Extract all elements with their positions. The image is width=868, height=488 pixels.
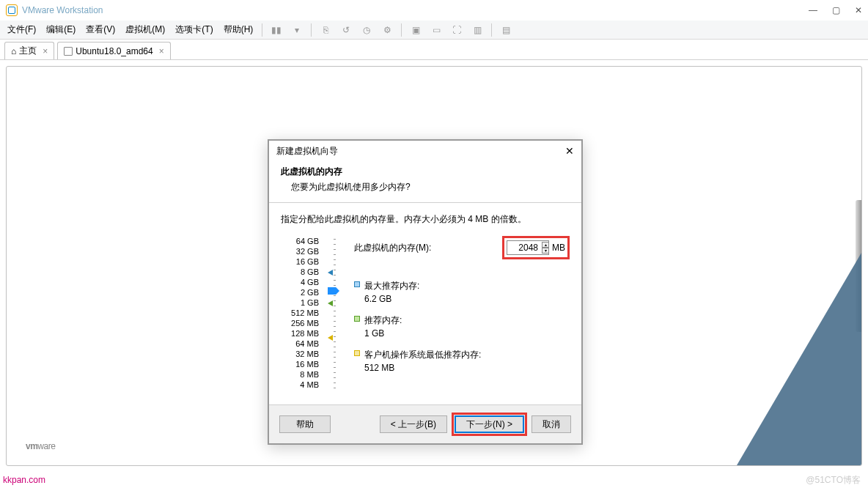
fullscreen-icon[interactable]: ▭ bbox=[430, 23, 443, 37]
tab-close-icon[interactable]: × bbox=[159, 46, 164, 56]
vm-icon bbox=[64, 47, 73, 56]
min-rec-label: 客户机操作系统最低推荐内存: bbox=[364, 349, 481, 361]
dialog-close-button[interactable]: ✕ bbox=[565, 145, 574, 157]
memory-input-highlight: ▴▾ MB bbox=[502, 236, 570, 259]
max-rec-value: 6.2 GB bbox=[364, 294, 419, 304]
menubar: 文件(F) 编辑(E) 查看(V) 虚拟机(M) 选项卡(T) 帮助(H) ▮▮… bbox=[0, 21, 868, 40]
memory-label: 此虚拟机的内存(M): bbox=[354, 242, 431, 254]
memory-spinner[interactable]: ▴▾ bbox=[542, 242, 549, 254]
main-area: vmware 新建虚拟机向导 ✕ 此虚拟机的内存 您要为此虚拟机使用多少内存? … bbox=[0, 60, 868, 472]
max-rec-label: 最大推荐内存: bbox=[364, 280, 419, 292]
min-rec-value: 512 MB bbox=[364, 363, 481, 373]
dialog-header-subtitle: 您要为此虚拟机使用多少内存? bbox=[281, 181, 570, 193]
library-icon[interactable]: ▤ bbox=[499, 23, 512, 37]
tab-vm-label: Ubuntu18.0_amd64 bbox=[76, 46, 152, 56]
separator bbox=[311, 23, 312, 37]
revert-icon[interactable]: ↺ bbox=[339, 23, 353, 37]
rec-label: 推荐内存: bbox=[364, 314, 402, 327]
menu-vm[interactable]: 虚拟机(M) bbox=[121, 21, 169, 38]
cancel-button[interactable]: 取消 bbox=[532, 415, 571, 433]
dialog-title: 新建虚拟机向导 bbox=[276, 145, 338, 158]
tab-close-icon[interactable]: × bbox=[43, 46, 48, 56]
minimize-button[interactable]: — bbox=[809, 5, 817, 15]
close-button[interactable]: ✕ bbox=[855, 5, 862, 15]
dialog-titlebar: 新建虚拟机向导 ✕ bbox=[269, 141, 581, 161]
memory-hint: 指定分配给此虚拟机的内存量。内存大小必须为 4 MB 的倍数。 bbox=[281, 213, 570, 226]
window-title: VMware Workstation bbox=[22, 5, 103, 15]
tab-home[interactable]: ⌂ 主页 × bbox=[4, 42, 54, 59]
rec-value: 1 GB bbox=[364, 328, 402, 339]
footer-url: kkpan.com bbox=[3, 475, 45, 485]
titlebar: VMware Workstation — ▢ ✕ bbox=[0, 0, 868, 21]
min-marker-icon bbox=[328, 335, 335, 342]
unity-icon[interactable]: ⛶ bbox=[450, 23, 463, 37]
rec-marker-icon bbox=[328, 300, 335, 308]
manage-icon[interactable]: ◷ bbox=[360, 23, 373, 37]
dialog-header-title: 此虚拟机的内存 bbox=[281, 166, 570, 178]
slider-thumb[interactable] bbox=[328, 287, 339, 295]
new-vm-wizard-dialog: 新建虚拟机向导 ✕ 此虚拟机的内存 您要为此虚拟机使用多少内存? 指定分配给此虚… bbox=[268, 139, 583, 445]
memory-scale: 64 GB 32 GB 16 GB 8 GB 4 GB 2 GB 1 GB 51… bbox=[281, 236, 319, 390]
dialog-button-bar: 帮助 < 上一步(B) 下一步(N) > 取消 bbox=[269, 404, 581, 443]
separator bbox=[491, 23, 492, 37]
memory-slider[interactable] bbox=[328, 236, 341, 390]
menu-view[interactable]: 查看(V) bbox=[81, 21, 119, 38]
snapshot-icon[interactable]: ⎘ bbox=[319, 23, 332, 37]
console-icon[interactable]: ▣ bbox=[409, 23, 422, 37]
separator bbox=[401, 23, 402, 37]
next-button-highlight: 下一步(N) > bbox=[452, 413, 527, 436]
dialog-body: 指定分配给此虚拟机的内存量。内存大小必须为 4 MB 的倍数。 64 GB 32… bbox=[269, 203, 581, 404]
next-button[interactable]: 下一步(N) > bbox=[455, 415, 524, 433]
maximize-button[interactable]: ▢ bbox=[832, 5, 840, 15]
menu-edit[interactable]: 编辑(E) bbox=[42, 21, 80, 38]
tab-home-label: 主页 bbox=[19, 45, 37, 57]
max-rec-icon bbox=[354, 281, 360, 287]
app-icon bbox=[6, 4, 18, 16]
vmware-watermark: vmware bbox=[26, 435, 55, 454]
footer-brand: @51CTO博客 bbox=[806, 474, 861, 487]
settings-icon[interactable]: ⚙ bbox=[380, 23, 394, 37]
separator bbox=[262, 23, 262, 37]
menu-tabs[interactable]: 选项卡(T) bbox=[171, 21, 217, 38]
rec-icon bbox=[354, 316, 360, 322]
memory-unit: MB bbox=[552, 243, 565, 253]
footer: kkpan.com bbox=[0, 472, 868, 488]
tab-vm[interactable]: Ubuntu18.0_amd64 × bbox=[57, 42, 170, 59]
pause-icon[interactable]: ▮▮ bbox=[270, 23, 283, 37]
max-marker-icon bbox=[328, 270, 335, 277]
menu-help[interactable]: 帮助(H) bbox=[219, 21, 258, 38]
menu-file[interactable]: 文件(F) bbox=[3, 21, 40, 38]
decoration-triangle bbox=[737, 253, 861, 465]
thumbnail-icon[interactable]: ▥ bbox=[471, 23, 484, 37]
tabbar: ⌂ 主页 × Ubuntu18.0_amd64 × bbox=[0, 40, 868, 60]
help-button[interactable]: 帮助 bbox=[279, 415, 331, 433]
dialog-header: 此虚拟机的内存 您要为此虚拟机使用多少内存? bbox=[269, 161, 581, 203]
home-icon: ⌂ bbox=[11, 46, 16, 56]
back-button[interactable]: < 上一步(B) bbox=[380, 415, 447, 433]
min-rec-icon bbox=[354, 350, 360, 356]
dropdown-icon[interactable]: ▾ bbox=[290, 23, 304, 37]
